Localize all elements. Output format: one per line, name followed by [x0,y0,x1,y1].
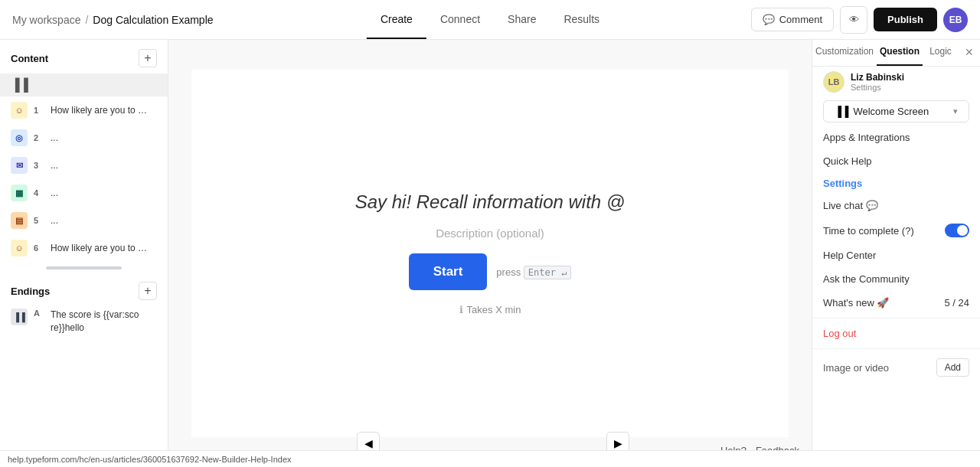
item-badge-3: ✉ [11,157,28,174]
nav-actions: 💬 Comment 👁 Publish EB [751,6,968,34]
user-avatar: LB [823,71,844,93]
ending-label-a: A [34,309,44,318]
sidebar-item-6[interactable]: ☺ 6 How likely are you to recommend... [0,234,168,262]
item-num-1: 1 [34,106,44,115]
sidebar-header: Content + [0,40,168,73]
content-title: Content [11,53,48,64]
menu-item-settings[interactable]: Settings [812,173,980,194]
tab-connect[interactable]: Connect [426,1,494,39]
dropdown-left: ▐▐ Welcome Screen [835,106,929,117]
sidebar-item-1[interactable]: ☺ 1 How likely are you to recommend... [0,96,168,124]
item-badge-4: ▦ [11,185,28,201]
comment-icon: 💬 [763,14,775,25]
sidebar-item-4[interactable]: ▦ 4 ... [0,179,168,207]
item-text-1: How likely are you to recommend... [51,105,150,116]
info-icon: ℹ [459,304,463,315]
welcome-screen-icon: ▐▐ [835,106,848,117]
add-ending-button[interactable]: + [139,282,157,300]
right-tabs: Customization Question Logic ✕ [812,40,980,67]
ending-text-a: The score is {{var:sco re}}hello [51,309,157,335]
status-url: help.typeform.com/hc/en-us/articles/3600… [8,455,292,464]
menu-item-whats-new[interactable]: What's new 🚀 5 / 24 [812,291,980,315]
close-panel-button[interactable]: ✕ [959,40,980,66]
toggle-knob [957,225,968,236]
canvas-content: Say hi! Recall information with @ Descri… [191,70,789,437]
ending-badge-a: ▐▐ [11,309,28,325]
status-bar: help.typeform.com/hc/en-us/articles/3600… [0,450,980,467]
breadcrumb-workspace[interactable]: My workspace [12,14,80,26]
menu-item-time-to-complete[interactable]: Time to complete (?) [812,217,980,243]
right-panel: Customization Question Logic ✕ LB Liz Ba… [812,40,980,467]
avatar[interactable]: EB [943,8,968,32]
tab-create[interactable]: Create [367,1,426,39]
tab-share[interactable]: Share [494,1,550,39]
endings-title: Endings [11,286,50,297]
add-content-button[interactable]: + [139,49,157,67]
user-sub: Settings [851,83,904,92]
item-icon-6: ☺ [15,243,23,253]
user-name: Liz Babinski [851,72,904,83]
comment-button[interactable]: 💬 Comment [751,8,834,31]
welcome-icon: ▐▐ [11,78,28,92]
user-info: Liz Babinski Settings [851,72,904,92]
page-counter: 5 / 24 [944,297,969,309]
item-badge-2: ◎ [11,129,28,146]
toggle-time-to-complete[interactable] [945,224,969,237]
item-num-2: 2 [34,133,44,142]
item-text-3: ... [51,160,58,171]
ending-item-a[interactable]: ▐▐ A The score is {{var:sco re}}hello [0,303,168,340]
eye-icon: 👁 [849,14,859,25]
canvas-area: Say hi! Recall information with @ Descri… [168,40,812,467]
add-media-row: Image or video Add [812,352,980,383]
sidebar-item-5[interactable]: ▤ 5 ... [0,207,168,234]
tab-logic[interactable]: Logic [923,40,959,66]
welcome-screen-label: Welcome Screen [853,106,929,117]
sidebar-item-2[interactable]: ◎ 2 ... [0,124,168,152]
nav-tabs: Create Connect Share Results [367,1,613,39]
item-icon-5: ▤ [15,216,23,226]
item-num-4: 4 [34,188,44,198]
enter-key: Enter ↵ [524,266,572,279]
menu-item-ask-community[interactable]: Ask the Community [812,267,980,291]
press-hint: press Enter ↵ [496,266,571,278]
item-badge-1: ☺ [11,102,28,119]
menu-item-help-center[interactable]: Help Center [812,243,980,267]
log-out-button[interactable]: Log out [812,322,980,345]
tab-results[interactable]: Results [550,1,613,39]
left-sidebar: Content + ▐▐ ☺ 1 How likely are you to r… [0,40,168,467]
endings-section: Endings + ▐▐ A The score is {{var:sco re… [0,273,168,340]
preview-button[interactable]: 👁 [840,6,867,34]
item-text-6: How likely are you to recommend... [51,243,150,253]
breadcrumb-separator: / [85,14,88,26]
add-media-button[interactable]: Add [936,358,969,377]
takes-min: ℹ Takes X min [459,304,521,315]
tab-question[interactable]: Question [877,40,923,66]
tab-customization[interactable]: Customization [812,40,877,66]
user-row[interactable]: LB Liz Babinski Settings [812,67,980,97]
item-num-6: 6 [34,243,44,253]
item-text-2: ... [51,132,58,143]
menu-divider [812,318,980,318]
welcome-screen-dropdown[interactable]: ▐▐ Welcome Screen ▾ [823,100,969,122]
canvas-description: Description (optional) [436,227,544,240]
menu-item-live-chat[interactable]: Live chat 💬 [812,194,980,217]
top-nav: My workspace / Dog Calculation Example C… [0,0,980,40]
menu-item-apps[interactable]: Apps & Integrations [812,126,980,149]
sidebar-item-3[interactable]: ✉ 3 ... [0,152,168,179]
start-button[interactable]: Start [409,253,488,290]
item-icon-2: ◎ [15,133,23,143]
item-text-4: ... [51,188,58,198]
publish-button[interactable]: Publish [874,8,937,31]
item-badge-5: ▤ [11,212,28,229]
main-layout: Content + ▐▐ ☺ 1 How likely are you to r… [0,40,980,467]
item-text-5: ... [51,215,58,226]
start-row: Start press Enter ↵ [409,253,572,290]
menu-item-quick-help[interactable]: Quick Help [812,149,980,173]
breadcrumb-current: Dog Calculation Example [93,14,213,26]
sidebar-item-welcome[interactable]: ▐▐ [0,73,168,96]
item-num-5: 5 [34,216,44,225]
menu-divider-2 [812,348,980,349]
item-num-3: 3 [34,161,44,170]
item-icon-3: ✉ [16,161,23,171]
add-media-label: Image or video [823,362,889,374]
